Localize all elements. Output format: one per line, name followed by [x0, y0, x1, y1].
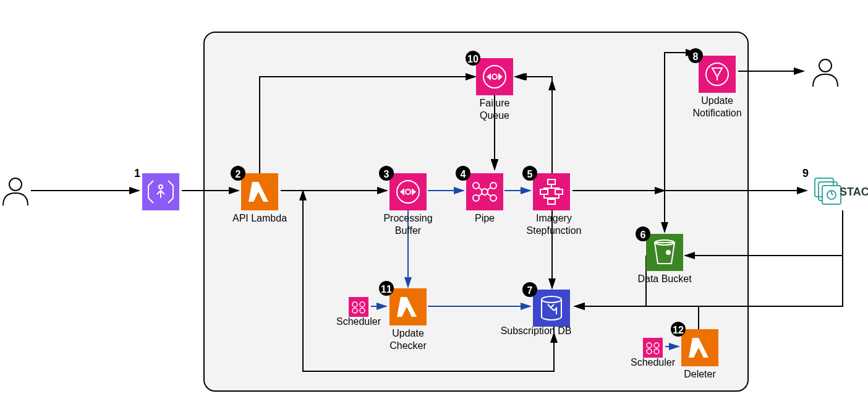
label-processing-buffer-1: Processing — [383, 213, 432, 223]
num-1: 1 — [134, 167, 140, 179]
label-update-notif-2: Notification — [692, 108, 741, 118]
num-10: 10 — [467, 54, 479, 64]
svg-point-45 — [666, 250, 671, 255]
scheduler-1-node — [349, 297, 368, 317]
svg-rect-50 — [699, 56, 736, 93]
label-update-checker-2: Checker — [389, 340, 427, 351]
label-failure-queue-1: Failure — [480, 98, 510, 108]
label-stac: STAC — [840, 186, 868, 198]
num-7: 7 — [527, 285, 533, 296]
pipe-node — [466, 173, 503, 210]
api-gateway-node — [142, 173, 179, 210]
svg-rect-56 — [822, 186, 841, 204]
scheduler-2-node — [643, 338, 663, 358]
label-api-lambda: API Lambda — [232, 213, 287, 223]
label-data-bucket: Data Bucket — [637, 273, 692, 284]
deleter-node — [681, 329, 718, 366]
svg-rect-63 — [349, 297, 368, 317]
update-checker-node — [389, 288, 427, 325]
num-8: 8 — [693, 51, 699, 62]
failure-queue-node — [476, 58, 513, 95]
subscription-db-node — [533, 290, 570, 327]
num-9: 9 — [802, 167, 809, 179]
user-left-icon — [0, 173, 31, 208]
num-4: 4 — [461, 169, 466, 179]
svg-rect-30 — [466, 173, 503, 210]
svg-rect-57 — [476, 58, 513, 95]
num-11: 11 — [381, 284, 392, 295]
user-right-icon — [810, 54, 841, 89]
num-3: 3 — [384, 169, 389, 179]
label-scheduler-2: Scheduler — [631, 357, 676, 368]
num-6: 6 — [640, 230, 646, 240]
label-update-notif-1: Update — [701, 95, 733, 106]
label-subscription-db: Subscription DB — [501, 325, 572, 336]
architecture-diagram: 1 2 API Lambda 3 Processing Buffer 4 Pip… — [0, 0, 868, 396]
label-failure-queue-2: Queue — [480, 110, 509, 121]
svg-rect-26 — [389, 173, 427, 210]
num-2: 2 — [236, 169, 241, 179]
label-scheduler-1: Scheduler — [336, 316, 381, 327]
num-5: 5 — [527, 169, 533, 179]
label-deleter: Deleter — [684, 369, 716, 379]
label-processing-buffer-2: Buffer — [395, 225, 422, 236]
stepfunction-node — [533, 173, 570, 210]
update-notification-node — [699, 56, 736, 93]
label-stepfunction-1: Imagery — [536, 213, 572, 223]
svg-rect-70 — [643, 338, 663, 358]
label-pipe: Pipe — [475, 213, 495, 223]
label-stepfunction-2: Stepfunction — [527, 225, 582, 236]
num-12: 12 — [673, 325, 684, 335]
api-lambda-node — [241, 173, 278, 210]
label-update-checker-1: Update — [392, 328, 424, 338]
processing-buffer-node — [389, 173, 427, 210]
data-bucket-node — [646, 234, 683, 271]
